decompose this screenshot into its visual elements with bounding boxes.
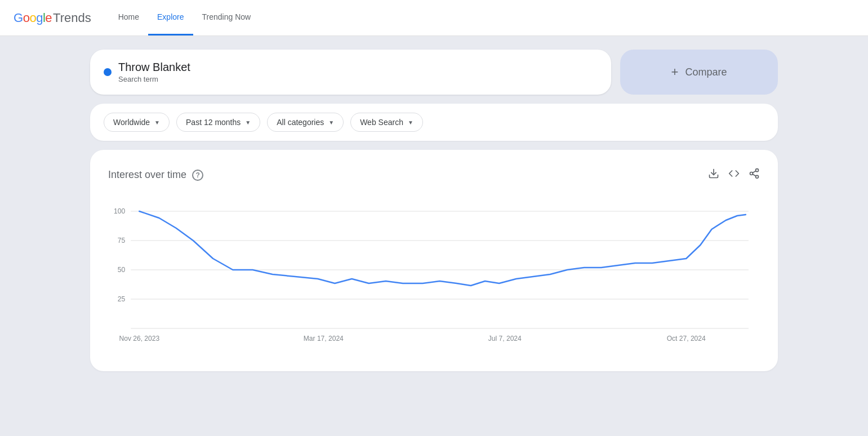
- compare-label: Compare: [685, 66, 727, 78]
- share-button[interactable]: [749, 168, 760, 182]
- svg-text:75: 75: [118, 237, 126, 244]
- embed-button[interactable]: [728, 168, 740, 182]
- search-type-dropdown-arrow: ▼: [408, 119, 413, 126]
- search-term-info: Throw Blanket Search term: [118, 61, 190, 83]
- search-dot-indicator: [104, 68, 112, 76]
- svg-text:25: 25: [118, 295, 126, 303]
- nav-home[interactable]: Home: [109, 0, 148, 35]
- search-box: Throw Blanket Search term: [90, 50, 611, 95]
- chart-title-area: Interest over time ?: [108, 169, 203, 181]
- help-icon[interactable]: ?: [192, 170, 203, 181]
- google-trends-logo[interactable]: Google Trends: [14, 11, 91, 25]
- region-dropdown-arrow: ▼: [154, 119, 160, 126]
- svg-line-5: [753, 171, 756, 172]
- search-area: Throw Blanket Search term + Compare: [90, 50, 778, 95]
- category-label: All categories: [277, 118, 324, 127]
- compare-box[interactable]: + Compare: [620, 50, 778, 95]
- trends-wordmark: Trends: [53, 11, 91, 25]
- main-content: Throw Blanket Search term + Compare Worl…: [0, 36, 868, 385]
- interest-over-time-card: Interest over time ?: [90, 150, 778, 371]
- chart-actions: [708, 168, 760, 182]
- filters-bar: Worldwide ▼ Past 12 months ▼ All categor…: [90, 104, 778, 141]
- svg-text:Mar 17, 2024: Mar 17, 2024: [304, 335, 344, 342]
- search-term-type: Search term: [118, 75, 190, 83]
- svg-text:Nov 26, 2023: Nov 26, 2023: [119, 335, 159, 342]
- search-type-filter[interactable]: Web Search ▼: [350, 113, 423, 132]
- category-filter[interactable]: All categories ▼: [267, 113, 344, 132]
- search-term-label: Throw Blanket: [118, 61, 190, 74]
- svg-text:Oct 27, 2024: Oct 27, 2024: [667, 335, 706, 342]
- chart-title: Interest over time: [108, 169, 186, 181]
- time-label: Past 12 months: [186, 118, 241, 127]
- nav-explore[interactable]: Explore: [148, 0, 193, 35]
- download-button[interactable]: [708, 168, 719, 182]
- svg-text:100: 100: [114, 207, 125, 215]
- compare-plus-icon: +: [671, 65, 679, 79]
- svg-text:Jul 7, 2024: Jul 7, 2024: [488, 335, 522, 342]
- google-wordmark: Google: [14, 11, 52, 25]
- time-filter[interactable]: Past 12 months ▼: [176, 113, 260, 132]
- search-type-label: Web Search: [360, 118, 403, 127]
- interest-chart: 100 75 50 25 Nov 26, 2023 Mar 17, 2024 J…: [108, 200, 760, 346]
- category-dropdown-arrow: ▼: [328, 119, 334, 126]
- chart-header: Interest over time ?: [108, 168, 760, 182]
- app-header: Google Trends Home Explore Trending Now: [0, 0, 868, 36]
- main-nav: Home Explore Trending Now: [109, 0, 260, 35]
- chart-container: 100 75 50 25 Nov 26, 2023 Mar 17, 2024 J…: [108, 200, 760, 349]
- svg-line-4: [753, 174, 756, 176]
- time-dropdown-arrow: ▼: [245, 119, 251, 126]
- region-filter[interactable]: Worldwide ▼: [104, 113, 170, 132]
- trend-line: [139, 211, 746, 286]
- svg-text:50: 50: [118, 266, 126, 274]
- region-label: Worldwide: [113, 118, 150, 127]
- nav-trending[interactable]: Trending Now: [193, 0, 260, 35]
